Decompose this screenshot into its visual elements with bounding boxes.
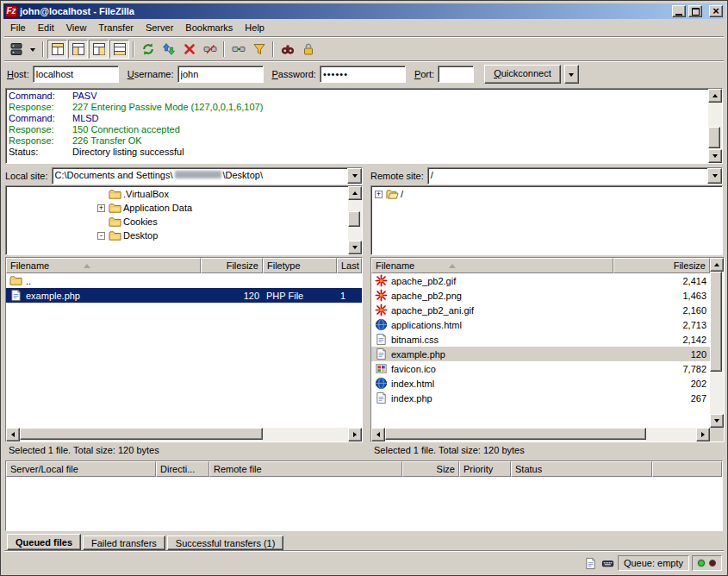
remote-directory-tree: +/ xyxy=(370,185,723,255)
scroll-thumb[interactable] xyxy=(20,428,263,440)
remote-site-combobox[interactable]: / xyxy=(427,167,723,185)
toggle-local-tree-button[interactable] xyxy=(68,40,88,59)
toggle-remote-tree-button[interactable] xyxy=(89,40,109,59)
toggle-message-log-button[interactable] xyxy=(47,40,67,59)
tab-failed-transfers[interactable]: Failed transfers xyxy=(83,535,165,550)
local-list-hscrollbar[interactable] xyxy=(6,428,362,441)
tab-successful-transfers[interactable]: Successful transfers (1) xyxy=(167,535,284,550)
tree-item[interactable]: +Application Data xyxy=(6,201,348,215)
refresh-button[interactable] xyxy=(138,40,158,59)
local-site-combobox[interactable]: C:\Documents and Settings\\Desktop\ xyxy=(52,167,363,185)
log-scrollbar[interactable] xyxy=(708,89,722,163)
column-size[interactable]: Size xyxy=(402,461,459,477)
port-input[interactable] xyxy=(438,66,474,83)
remote-file-row[interactable]: bitnami.css2,142 xyxy=(371,332,710,347)
username-input[interactable] xyxy=(177,66,264,83)
local-file-row[interactable]: .. xyxy=(6,273,362,288)
tab-queued-files[interactable]: Queued files xyxy=(7,534,81,550)
toggle-transfer-queue-button[interactable] xyxy=(109,40,129,59)
menu-view[interactable]: View xyxy=(60,20,93,35)
site-manager-button[interactable] xyxy=(6,40,26,59)
menu-help[interactable]: Help xyxy=(239,20,271,35)
remote-file-row[interactable]: apache_pb2.png1,463 xyxy=(371,288,710,303)
log-line: Response:226 Transfer OK xyxy=(9,135,706,147)
remote-file-row-selected[interactable]: example.php120 xyxy=(371,347,710,361)
collapse-icon[interactable]: - xyxy=(97,232,105,240)
menu-bookmarks[interactable]: Bookmarks xyxy=(179,20,239,35)
maximize-button[interactable] xyxy=(688,5,702,17)
scroll-down-button[interactable] xyxy=(708,149,722,163)
column-filesize[interactable]: Filesize xyxy=(201,258,263,273)
tree-item[interactable]: -Desktop xyxy=(6,229,348,242)
menu-server[interactable]: Server xyxy=(140,20,179,35)
scroll-thumb[interactable] xyxy=(708,127,720,148)
log-page-icon[interactable] xyxy=(583,556,598,571)
cancel-button[interactable] xyxy=(179,40,199,59)
remote-file-row[interactable]: favicon.ico7,782 xyxy=(371,361,710,376)
encryption-button[interactable] xyxy=(298,40,318,59)
minimize-button[interactable] xyxy=(672,5,686,17)
column-remote-file[interactable]: Remote file xyxy=(209,461,402,477)
password-input[interactable] xyxy=(320,66,406,83)
tree-item[interactable]: +/ xyxy=(371,187,722,201)
column-last-modified[interactable]: Last modified xyxy=(337,258,362,273)
local-file-rows: .. example.php 120 PHP File 1 xyxy=(6,273,362,428)
quickconnect-button[interactable]: Quickconnect xyxy=(484,65,561,84)
remote-list-hscrollbar[interactable] xyxy=(371,428,710,441)
column-filesize[interactable]: Filesize xyxy=(613,258,710,273)
combo-dropdown-button[interactable] xyxy=(707,168,722,184)
site-manager-dropdown-button[interactable] xyxy=(27,40,39,59)
scroll-left-button[interactable] xyxy=(6,428,20,441)
expand-icon[interactable]: + xyxy=(375,191,383,198)
log-line: Command:PASV xyxy=(9,91,706,102)
folder-icon xyxy=(109,229,121,242)
scroll-right-button[interactable] xyxy=(696,428,710,441)
remote-file-row[interactable]: index.html202 xyxy=(371,376,710,391)
local-selection-status: Selected 1 file. Total size: 120 bytes xyxy=(3,442,364,458)
scroll-up-button[interactable] xyxy=(710,258,724,272)
menu-file[interactable]: File xyxy=(4,20,32,35)
scroll-up-button[interactable] xyxy=(708,89,722,103)
scroll-down-button[interactable] xyxy=(348,241,362,254)
remote-file-row[interactable]: apache_pb2.gif2,414 xyxy=(371,273,710,288)
process-queue-button[interactable] xyxy=(159,40,178,59)
disconnect-button[interactable] xyxy=(200,40,220,59)
tree-item[interactable]: Cookies xyxy=(6,215,348,229)
menu-edit[interactable]: Edit xyxy=(32,20,60,35)
scroll-thumb[interactable] xyxy=(710,272,722,372)
close-button[interactable] xyxy=(709,5,723,17)
scroll-up-button[interactable] xyxy=(348,186,362,200)
column-status[interactable]: Status xyxy=(511,461,652,477)
expand-icon[interactable]: + xyxy=(97,204,105,212)
host-input[interactable] xyxy=(33,66,119,83)
reconnect-button[interactable] xyxy=(228,40,248,59)
menu-transfer[interactable]: Transfer xyxy=(92,20,140,35)
scroll-left-button[interactable] xyxy=(371,428,385,441)
remote-file-row[interactable]: apache_pb2_ani.gif2,160 xyxy=(371,303,710,317)
title-bar[interactable]: Fz john@localhost - FileZilla xyxy=(3,3,725,19)
column-filetype[interactable]: Filetype xyxy=(263,258,337,273)
column-filename[interactable]: Filename xyxy=(371,258,613,273)
scroll-thumb[interactable] xyxy=(348,211,360,227)
keyboard-icon[interactable] xyxy=(600,556,615,571)
local-tree-scrollbar[interactable] xyxy=(348,186,362,254)
filter-icon xyxy=(252,42,266,56)
column-direction[interactable]: Directi... xyxy=(156,461,209,477)
remote-file-row[interactable]: applications.html2,713 xyxy=(371,317,710,332)
column-filename[interactable]: Filename xyxy=(6,258,201,273)
tree-item[interactable]: .VirtualBox xyxy=(6,187,348,201)
quickconnect-dropdown-button[interactable] xyxy=(564,65,579,84)
log-line: Response:150 Connection accepted xyxy=(9,124,706,135)
local-file-row-selected[interactable]: example.php 120 PHP File 1 xyxy=(6,288,362,303)
column-server-local-file[interactable]: Server/Local file xyxy=(6,461,156,477)
scroll-down-button[interactable] xyxy=(710,414,724,428)
remote-file-row[interactable]: index.php267 xyxy=(371,391,710,405)
find-files-button[interactable] xyxy=(277,40,297,59)
remote-list-vscrollbar[interactable] xyxy=(710,258,724,428)
scroll-thumb[interactable] xyxy=(385,428,646,440)
combo-dropdown-button[interactable] xyxy=(347,168,362,184)
scroll-right-button[interactable] xyxy=(348,428,362,441)
filter-button[interactable] xyxy=(249,40,269,59)
chevron-down-icon xyxy=(712,174,718,180)
column-priority[interactable]: Priority xyxy=(459,461,511,477)
